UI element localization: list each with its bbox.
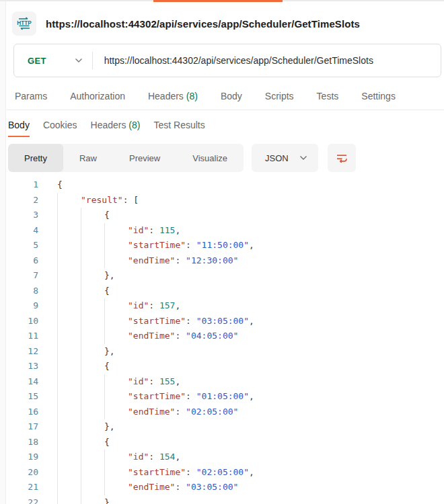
code-text: "result": [	[81, 193, 139, 208]
indent-guide	[81, 405, 81, 420]
indent-guide	[81, 314, 81, 329]
code-line: 17},	[7, 419, 444, 435]
code-line: 15"startTime": "01:05:00",	[7, 389, 444, 405]
code-line: 2"result": [	[7, 193, 444, 208]
indent-guide	[57, 268, 58, 284]
line-number: 9	[7, 298, 38, 314]
line-number: 19	[7, 450, 38, 465]
indent-guide	[81, 419, 81, 435]
tab-body[interactable]: Body	[221, 91, 242, 101]
indent-guide	[104, 253, 105, 269]
view-mode-pretty[interactable]: Pretty	[8, 144, 63, 172]
line-number: 7	[7, 268, 38, 284]
code-text: "id": 154,	[128, 450, 180, 465]
code-line: 4"id": 115,	[7, 223, 444, 239]
indent-guide	[57, 238, 58, 253]
chevron-down-icon	[75, 58, 83, 63]
indent-guide	[81, 389, 81, 405]
code-text: {	[104, 435, 110, 450]
wrap-text-button[interactable]	[328, 144, 356, 172]
tab-tests[interactable]: Tests	[317, 91, 339, 101]
response-tab-body[interactable]: Body	[8, 120, 30, 137]
line-number: 13	[7, 359, 38, 374]
code-line: 16"endTime": "02:05:00"	[7, 405, 444, 420]
indent-guide	[81, 268, 81, 284]
line-number: 16	[7, 405, 38, 420]
view-mode-raw[interactable]: Raw	[63, 144, 113, 172]
code-line: 13{	[7, 359, 444, 374]
request-tabs: Params Authorization Headers (8) Body Sc…	[7, 77, 444, 110]
indent-guide	[57, 389, 58, 405]
indent-guide	[81, 344, 81, 360]
indent-guide	[81, 374, 81, 390]
code-line: 9"id": 157,	[7, 298, 444, 314]
response-tab-headers[interactable]: Headers (8)	[91, 120, 141, 137]
url-input[interactable]	[93, 55, 441, 66]
code-line: 19"id": 154,	[7, 450, 444, 465]
indent-guide	[104, 329, 105, 344]
tab-settings[interactable]: Settings	[361, 91, 396, 101]
code-text: "id": 115,	[128, 223, 180, 239]
line-number: 3	[7, 208, 38, 223]
indent-guide	[104, 298, 105, 314]
code-text: },	[104, 268, 115, 284]
response-body-code-viewer: 1{2"result": [3{4"id": 115,5"startTime":…	[7, 177, 444, 504]
tab-scripts[interactable]: Scripts	[265, 91, 294, 101]
indent-guide	[57, 435, 58, 450]
indent-guide	[57, 419, 58, 435]
response-tabs: Body Cookies Headers (8) Test Results	[7, 110, 444, 137]
request-url-bar: GET	[13, 44, 441, 77]
code-text: "endTime": "02:05:00"	[128, 405, 238, 420]
view-mode-visualize[interactable]: Visualize	[176, 144, 244, 172]
code-text: "startTime": "03:05:00",	[128, 314, 254, 329]
code-line: 12},	[7, 344, 444, 360]
line-number: 22	[7, 495, 38, 504]
request-header: HTTP https://localhost:44302/api/service…	[7, 2, 444, 44]
response-tab-cookies[interactable]: Cookies	[43, 120, 77, 137]
code-text: "endTime": "12:30:00"	[128, 253, 238, 269]
code-text: "startTime": "11:50:00",	[128, 238, 254, 253]
indent-guide	[57, 374, 58, 390]
code-text: "endTime": "03:05:00"	[128, 480, 238, 495]
code-line: 11"endTime": "04:05:00"	[7, 329, 444, 344]
code-line: 20"startTime": "02:05:00",	[7, 465, 444, 480]
response-headers-count-badge: (8)	[128, 120, 140, 130]
chevron-down-icon	[299, 155, 307, 161]
line-number: 15	[7, 389, 38, 405]
code-line: 7},	[7, 268, 444, 284]
tab-headers[interactable]: Headers (8)	[148, 91, 198, 101]
indent-guide	[57, 359, 58, 374]
line-number: 11	[7, 329, 38, 344]
indent-guide	[81, 208, 81, 223]
line-number: 5	[7, 238, 38, 253]
indent-guide	[81, 284, 81, 299]
code-text: },	[104, 419, 115, 435]
indent-guide	[81, 480, 81, 495]
indent-guide	[57, 405, 58, 420]
code-text: "startTime": "02:05:00",	[128, 465, 254, 480]
indent-guide	[81, 465, 81, 480]
format-dropdown[interactable]: JSON	[252, 144, 318, 172]
method-dropdown[interactable]: GET	[14, 56, 92, 66]
indent-guide	[81, 223, 81, 239]
window-top-border	[0, 0, 444, 1]
code-line: 14"id": 155,	[7, 374, 444, 390]
view-mode-preview[interactable]: Preview	[113, 144, 176, 172]
code-line: 18{	[7, 435, 444, 450]
request-title: https://localhost:44302/api/services/app…	[46, 18, 360, 30]
response-tab-test-results[interactable]: Test Results	[153, 120, 205, 137]
indent-guide	[104, 450, 105, 465]
line-number: 18	[7, 435, 38, 450]
svg-text:HTTP: HTTP	[17, 20, 32, 26]
indent-guide	[104, 374, 105, 390]
response-view-bar: Pretty Raw Preview Visualize JSON	[8, 144, 444, 172]
code-text: {	[57, 177, 63, 193]
indent-guide	[57, 329, 58, 344]
tab-params[interactable]: Params	[15, 91, 47, 101]
indent-guide	[104, 314, 105, 329]
main-content: HTTP https://localhost:44302/api/service…	[7, 2, 444, 504]
tab-authorization[interactable]: Authorization	[70, 91, 125, 101]
http-method-icon: HTTP	[12, 11, 36, 36]
method-label: GET	[28, 56, 46, 66]
indent-guide	[57, 314, 58, 329]
